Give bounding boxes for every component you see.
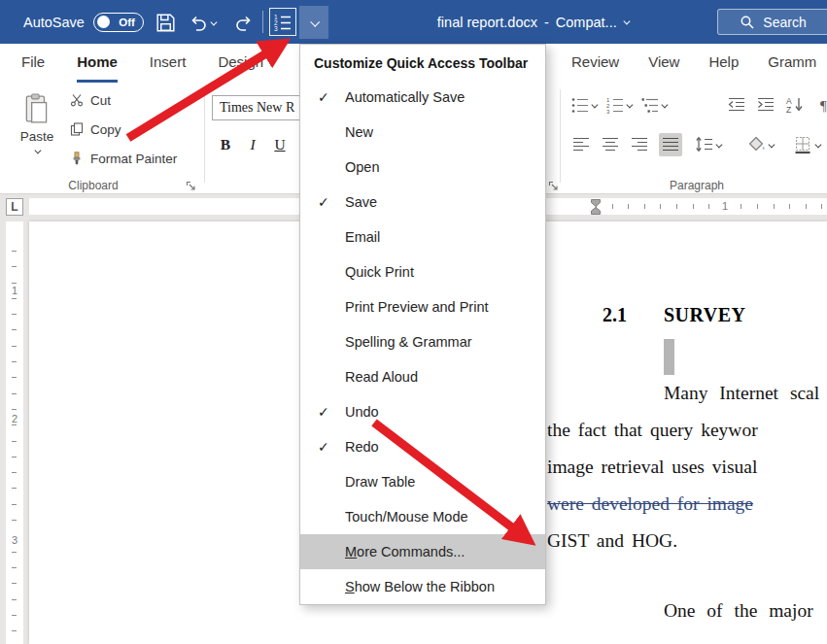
undo-button[interactable] — [187, 11, 218, 34]
doc-paragraph[interactable]: Many Internet scalthe fact that query ke… — [547, 375, 827, 559]
ruler-number: 3 — [6, 534, 23, 546]
menu-item-draw-table[interactable]: Draw Table — [300, 464, 545, 499]
decrease-indent-icon — [727, 95, 746, 115]
ribbon-tabs-right: ReviewViewHelpGramm — [571, 44, 816, 83]
group-divider — [560, 89, 561, 183]
tab-view[interactable]: View — [648, 44, 679, 83]
chevron-down-icon — [662, 101, 668, 107]
doc-text-line[interactable]: GIST and HOG. — [547, 523, 827, 559]
indent-markers[interactable] — [590, 199, 602, 215]
borders-button[interactable] — [791, 133, 823, 156]
menu-item-save[interactable]: ✓Save — [300, 185, 545, 220]
doc-text-line[interactable]: were developed for image — [547, 486, 827, 523]
decrease-indent-button[interactable] — [725, 93, 748, 117]
tab-review[interactable]: Review — [571, 44, 619, 83]
menu-item-label: More Commands... — [345, 544, 465, 559]
ruler-number: 2 — [6, 413, 23, 424]
align-center-button[interactable] — [599, 133, 622, 156]
justify-button[interactable] — [659, 133, 682, 156]
format-painter-button[interactable]: Format Painter — [70, 148, 177, 169]
menu-item-spelling-grammar[interactable]: Spelling & Grammar — [300, 324, 545, 359]
qat-dropdown-button[interactable] — [299, 6, 328, 39]
paragraph-group-label: Paragraph — [564, 179, 827, 192]
paste-button[interactable]: Paste — [13, 87, 61, 175]
align-right-button[interactable] — [628, 133, 651, 156]
line-spacing-button[interactable] — [692, 133, 724, 156]
tab-stop-glyph: L — [11, 200, 17, 214]
tab-stop-selector[interactable]: L — [6, 198, 23, 216]
ruler-number: 1 — [6, 285, 23, 296]
menu-item-label: Print Preview and Print — [345, 299, 488, 315]
menu-item-more-commands[interactable]: More Commands... — [300, 534, 545, 569]
menu-item-automatically-save[interactable]: ✓Automatically Save — [300, 80, 545, 115]
copy-button[interactable]: Copy — [70, 119, 121, 140]
menu-item-open[interactable]: Open — [300, 150, 545, 185]
autosave-state: Off — [119, 17, 135, 28]
hanging-indent-marker[interactable] — [592, 208, 601, 215]
doc-text-line[interactable]: image retrieval uses visual — [547, 449, 827, 486]
menu-item-quick-print[interactable]: Quick Print — [300, 254, 545, 289]
paste-label: Paste — [20, 129, 54, 144]
menu-item-new[interactable]: New — [300, 115, 545, 150]
menu-item-undo[interactable]: ✓Undo — [300, 394, 545, 429]
clipboard-paste-icon — [23, 93, 51, 124]
doc-text-line[interactable]: the fact that query keywor — [547, 412, 827, 449]
menu-item-label: Show Below the Ribbon — [345, 579, 495, 594]
multilevel-list-button[interactable] — [637, 93, 670, 117]
font-name-combobox[interactable]: Times New R — [212, 95, 302, 120]
font-dialog-launcher[interactable] — [548, 181, 560, 192]
save-button[interactable] — [154, 11, 177, 34]
shading-button[interactable] — [744, 133, 776, 156]
search-box[interactable]: Search — [717, 9, 827, 35]
bold-button[interactable]: B — [214, 132, 237, 157]
first-line-indent-marker[interactable] — [592, 200, 601, 207]
clipboard-dialog-launcher[interactable] — [186, 181, 197, 192]
heading-title[interactable]: SURVEY — [664, 304, 746, 326]
checkmark-icon: ✓ — [318, 404, 329, 420]
search-icon — [740, 15, 755, 30]
borders-icon — [794, 135, 813, 154]
numbered-list-icon: 1 2 3 — [605, 95, 625, 115]
format-painter-icon — [70, 152, 84, 165]
tab-home[interactable]: Home — [77, 44, 118, 83]
show-hide-marks-button[interactable]: ¶ — [814, 93, 827, 117]
menu-item-touch-mouse-mode[interactable]: Touch/Mouse Mode — [300, 499, 545, 534]
doc-text-line[interactable]: One of the major — [664, 593, 813, 629]
menu-item-read-aloud[interactable]: Read Aloud — [300, 359, 545, 394]
shading-bucket-icon — [747, 135, 767, 154]
tab-help[interactable]: Help — [708, 44, 739, 83]
checkmark-icon: ✓ — [318, 194, 329, 210]
vertical-ruler[interactable]: 123 — [6, 221, 23, 644]
chevron-down-icon — [716, 141, 722, 147]
autosave-label: AutoSave — [23, 15, 85, 30]
numbering-qat-button[interactable]: 1 2 3 — [269, 8, 296, 36]
autosave-toggle[interactable]: Off — [93, 13, 144, 32]
tab-insert[interactable]: Insert — [150, 44, 187, 83]
tab-gramm[interactable]: Gramm — [768, 44, 816, 83]
menu-item-print-preview-and-print[interactable]: Print Preview and Print — [300, 289, 545, 324]
search-label: Search — [763, 15, 806, 30]
underline-button[interactable]: U — [268, 132, 292, 157]
menu-item-email[interactable]: Email — [300, 220, 545, 254]
save-icon — [156, 14, 175, 32]
tab-file[interactable]: File — [21, 44, 45, 83]
doc-text-line[interactable]: Many Internet scal — [547, 375, 827, 412]
menu-item-redo[interactable]: ✓Redo — [300, 429, 545, 464]
chevron-down-icon — [35, 147, 41, 153]
sort-button[interactable]: A Z — [783, 93, 807, 117]
align-left-button[interactable] — [569, 133, 593, 156]
menu-item-show-below-the-ribbon[interactable]: Show Below the Ribbon — [300, 569, 545, 604]
chevron-down-icon — [310, 17, 320, 26]
italic-button[interactable]: I — [241, 132, 264, 157]
heading-number[interactable]: 2.1 — [603, 304, 627, 326]
tab-design[interactable]: Design — [218, 44, 263, 83]
font-name-value: Times New R — [220, 100, 294, 115]
cut-button[interactable]: Cut — [70, 89, 111, 111]
redo-button[interactable] — [231, 11, 257, 34]
menu-item-label: Draw Table — [345, 474, 415, 490]
svg-text:3: 3 — [274, 25, 278, 32]
document-title[interactable]: final report.docx - Compat... — [396, 0, 669, 44]
increase-indent-button[interactable] — [754, 93, 777, 117]
bullets-button[interactable] — [568, 93, 600, 117]
numbered-list-button[interactable]: 1 2 3 — [603, 93, 635, 117]
